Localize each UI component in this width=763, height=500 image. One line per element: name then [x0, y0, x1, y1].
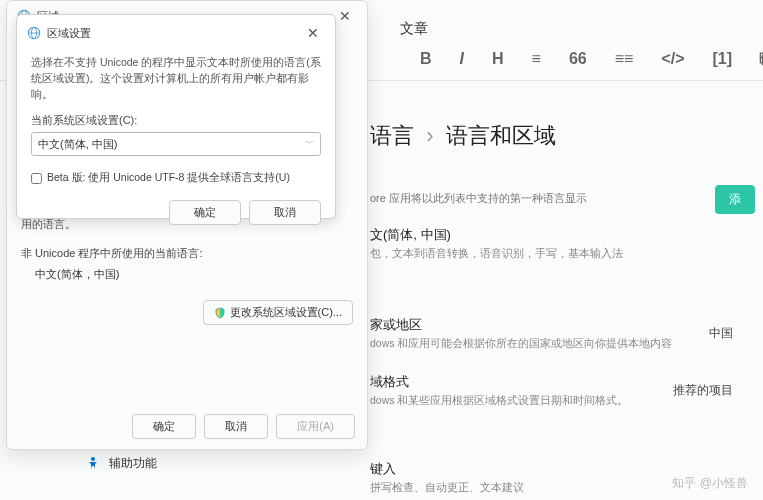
breadcrumb-region: 语言和区域 [446, 123, 556, 148]
country-sub: dows 和应用可能会根据你所在的国家或地区向你提供本地内容 [370, 337, 709, 351]
utf8-checkbox-row[interactable]: Beta 版: 使用 Unicode UTF-8 提供全球语言支持(U) [31, 170, 321, 186]
language-item-title: 文(简体, 中国) [370, 226, 763, 244]
region-settings-body: 选择在不支持 Unicode 的程序中显示文本时所使用的语言(系统区域设置)。这… [17, 51, 335, 190]
typing-row[interactable]: 键入 拼写检查、自动更正、文本建议 [370, 460, 524, 495]
change-locale-label: 更改系统区域设置(C)... [230, 305, 342, 320]
current-locale-label: 当前系统区域设置(C): [31, 112, 321, 129]
watermark: 知乎 @小怪兽 [672, 475, 748, 492]
typing-sub: 拼写检查、自动更正、文本建议 [370, 481, 524, 495]
breadcrumb: 语言 › 语言和区域 [370, 121, 763, 151]
country-row[interactable]: 家或地区 dows 和应用可能会根据你所在的国家或地区向你提供本地内容 中国 [370, 316, 763, 351]
utf8-checkbox[interactable] [31, 173, 42, 184]
cancel-button[interactable]: 取消 [249, 200, 321, 225]
bold-button[interactable]: B [420, 50, 432, 68]
heading-button[interactable]: H [492, 50, 504, 68]
region-format-value: 推荐的项目 [673, 382, 733, 399]
sidebar-item-accessibility[interactable]: 辅助功能 [85, 455, 157, 472]
change-locale-button[interactable]: 更改系统区域设置(C)... [203, 300, 353, 325]
more-button[interactable]: ≡≡ [615, 50, 634, 68]
cancel-button[interactable]: 取消 [204, 414, 268, 439]
region-settings-title: 区域设置 [47, 26, 301, 41]
lang-list-desc: ore 应用将以此列表中支持的第一种语言显示 [370, 191, 763, 206]
region-format-sub: dows 和某些应用根据区域格式设置日期和时间格式。 [370, 394, 673, 408]
close-icon[interactable]: ✕ [333, 6, 357, 26]
region-footer: 确定 取消 应用(A) [132, 414, 355, 439]
country-title: 家或地区 [370, 316, 709, 334]
svg-point-0 [91, 457, 95, 461]
region-settings-titlebar: 区域设置 ✕ [17, 15, 335, 51]
globe-icon [27, 26, 41, 40]
sidebar-item-label: 辅助功能 [109, 455, 157, 472]
region-settings-desc: 选择在不支持 Unicode 的程序中显示文本时所使用的语言(系统区域设置)。这… [31, 55, 321, 102]
language-item-sub: 包，文本到语音转换，语音识别，手写，基本输入法 [370, 247, 763, 261]
breadcrumb-sep: › [426, 123, 433, 148]
add-language-button[interactable]: 添 [715, 185, 755, 214]
code-button[interactable]: </> [661, 50, 684, 68]
shield-icon [214, 307, 226, 319]
italic-button[interactable]: I [460, 50, 464, 68]
locale-dropdown-value: 中文(简体, 中国) [38, 136, 117, 153]
country-value: 中国 [709, 325, 733, 342]
apply-button[interactable]: 应用(A) [276, 414, 355, 439]
quote-button[interactable]: 66 [569, 50, 587, 68]
non-unicode-value: 中文(简体，中国) [35, 267, 353, 282]
region-settings-dialog: 区域设置 ✕ 选择在不支持 Unicode 的程序中显示文本时所使用的语言(系统… [16, 14, 336, 219]
typing-title: 键入 [370, 460, 524, 478]
utf8-checkbox-label: Beta 版: 使用 Unicode UTF-8 提供全球语言支持(U) [47, 170, 290, 186]
close-icon[interactable]: ✕ [301, 23, 325, 43]
ok-button[interactable]: 确定 [132, 414, 196, 439]
ok-button[interactable]: 确定 [169, 200, 241, 225]
header-tab: 文章 [400, 20, 428, 38]
reference-button[interactable]: [1] [713, 50, 733, 68]
region-format-row[interactable]: 域格式 dows 和某些应用根据区域格式设置日期和时间格式。 推荐的项目 [370, 373, 763, 408]
region-format-title: 域格式 [370, 373, 673, 391]
non-unicode-label: 非 Unicode 程序中所使用的当前语言: [21, 246, 353, 261]
language-item[interactable]: 文(简体, 中国) 包，文本到语音转换，语音识别，手写，基本输入法 [370, 226, 763, 261]
chevron-down-icon: ﹀ [305, 137, 314, 151]
locale-dropdown[interactable]: 中文(简体, 中国) ﹀ [31, 132, 321, 157]
list-button[interactable]: ≡ [532, 50, 541, 68]
breadcrumb-lang[interactable]: 语言 [370, 123, 414, 148]
region-settings-footer: 确定 取消 [17, 190, 335, 235]
accessibility-icon [85, 456, 101, 472]
